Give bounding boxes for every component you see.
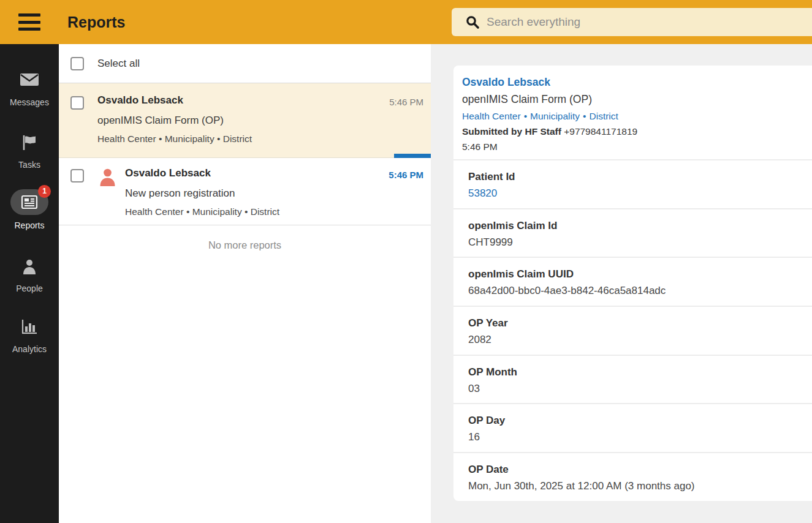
report-list-item-registration[interactable]: Osvaldo Lebsack New person registration … [59,158,431,225]
field-value: 2082 [468,333,806,347]
search-icon [465,15,480,29]
field-row-op-day: OP Day 16 [453,403,812,452]
field-row-op-year: OP Year 2082 [453,306,812,355]
sidebar-item-tasks[interactable]: Tasks [0,135,59,170]
sidebar-item-label: Analytics [0,344,59,354]
report-item-form: New person registration [125,186,389,200]
sidebar-item-label: People [0,284,59,293]
select-all-row: Select all [59,44,431,83]
report-item-body: Osvaldo Lebsack New person registration … [125,166,389,225]
field-label: Patient Id [468,169,806,184]
select-all-label: Select all [97,58,140,70]
unread-indicator-bar [394,154,431,158]
report-item-name: Osvaldo Lebsack [125,166,389,180]
report-item-name: Osvaldo Lebsack [97,93,389,107]
person-icon [21,258,37,276]
location-link-municipality[interactable]: Municipality [530,111,580,121]
field-value-link[interactable]: 53820 [468,186,806,201]
field-row-op-date: OP Date Mon, Jun 30th, 2025 at 12:00 AM … [453,452,812,501]
report-detail-header: Osvaldo Lebsack openIMIS Claim Form (OP)… [453,66,812,159]
report-list-panel: Select all Osvaldo Lebsack openIMIS Clai… [59,44,431,523]
report-item-location: Health Center • Municipality • District [125,206,389,218]
report-item-location: Health Center • Municipality • District [97,133,389,145]
hamburger-menu-icon[interactable] [18,13,40,31]
field-label: OP Day [468,413,806,428]
envelope-icon [20,72,39,89]
report-detail-area: Osvaldo Lebsack openIMIS Claim Form (OP)… [431,44,812,523]
field-value: 03 [468,382,806,396]
report-item-checkbox[interactable] [70,96,84,110]
select-all-checkbox[interactable] [70,57,84,70]
submitted-phone: +9779841171819 [564,126,637,137]
sidebar-item-reports[interactable]: 1 Reports [0,189,59,230]
report-list-item-claim-form[interactable]: Osvaldo Lebsack openIMIS Claim Form (OP)… [59,83,431,158]
field-value: Mon, Jun 30th, 2025 at 12:00 AM (3 month… [468,479,806,494]
sidebar-item-label: Tasks [0,160,59,170]
field-label: OP Month [468,364,806,380]
report-item-checkbox[interactable] [70,169,84,182]
end-of-list-message: No more reports [59,239,431,251]
report-detail-card: Osvaldo Lebsack openIMIS Claim Form (OP)… [453,66,812,501]
breadcrumb-separator: • [580,111,589,121]
submitted-by-label: Submitted by HF Staff [462,126,561,137]
newspaper-icon [21,195,38,209]
search-bar[interactable] [452,8,812,36]
field-label: OP Year [468,315,806,331]
field-row-op-month: OP Month 03 [453,355,812,404]
sidebar-item-people[interactable]: People [0,258,59,293]
report-item-body: Osvaldo Lebsack openIMIS Claim Form (OP)… [97,93,389,157]
detail-submitter-link[interactable]: Osvaldo Lebsack [462,75,806,90]
bar-chart-icon [21,319,38,336]
sidebar-item-label: Messages [0,97,59,107]
detail-location-breadcrumb: Health Center•Municipality•District [462,110,806,122]
sidebar: Messages Tasks 1 Repor [0,44,59,523]
sidebar-item-messages[interactable]: Messages [0,72,59,107]
active-nav-pill: 1 [10,189,48,215]
field-value: 68a42d00-bbc0-4ae3-b842-46ca5a814adc [468,284,806,298]
location-link-health-center[interactable]: Health Center [462,111,521,121]
sidebar-item-label: Reports [0,220,59,230]
detail-submitted-line: Submitted by HF Staff +9779841171819 [462,125,806,138]
report-item-form: openIMIS Claim Form (OP) [97,113,389,127]
field-row-claim-uuid: openImis Claim UUID 68a42d00-bbc0-4ae3-b… [453,257,812,306]
sidebar-item-analytics[interactable]: Analytics [0,319,59,354]
location-link-district[interactable]: District [590,111,618,121]
detail-form-title: openIMIS Claim Form (OP) [462,92,806,107]
person-avatar-icon [97,167,118,187]
field-label: OP Date [468,462,806,477]
field-row-patient-id: Patient Id 53820 [453,159,812,208]
breadcrumb-separator: • [521,111,530,121]
report-item-time: 5:46 PM [389,95,423,157]
field-row-claim-id: openImis Claim Id CHT9999 [453,208,812,257]
field-value: CHT9999 [468,235,806,250]
top-bar: Reports [0,0,812,44]
detail-submission-time: 5:46 PM [462,140,806,153]
field-label: openImis Claim UUID [468,266,806,282]
unread-count-badge: 1 [38,185,51,198]
page-title: Reports [67,0,125,44]
field-value: 16 [468,430,806,445]
search-input[interactable] [487,15,812,29]
report-item-time: 5:46 PM [389,168,423,225]
flag-icon [21,135,38,152]
field-label: openImis Claim Id [468,218,806,233]
